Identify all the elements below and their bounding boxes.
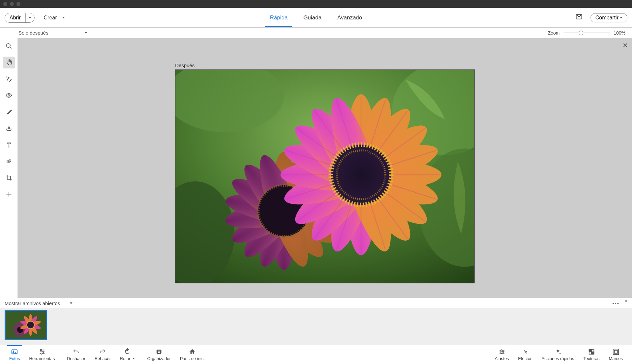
svg-point-84 [41,353,42,354]
quick-actions-label: Acciones rápidas [541,356,574,361]
image-canvas[interactable] [175,69,475,283]
tab-guiada[interactable]: Guiada [303,8,322,27]
close-icon[interactable]: ✕ [622,41,628,49]
view-mode-dropdown[interactable]: Sólo después [18,30,87,36]
undo-button[interactable]: Deshacer [63,345,90,364]
file-thumbnail[interactable] [5,310,47,340]
thumbnail-strip [0,308,632,345]
svg-rect-9 [6,159,11,163]
effects-button[interactable]: fx Efectos [514,345,537,364]
brush-tool[interactable] [3,106,15,118]
rotate-button[interactable]: Rotar [115,345,140,364]
share-button[interactable]: Compartir [591,13,627,22]
top-toolbar: Abrir Crear Rápida Guiada Avanzado Compa… [0,8,632,28]
files-panel: Mostrar archivos abiertos ••• [0,298,632,345]
spot-heal-tool[interactable] [3,155,15,167]
crop-tool[interactable] [3,172,15,184]
bottom-tools-label: Herramientas [29,356,55,361]
svg-point-78 [13,351,14,352]
zoom-controls: Zoom 100% [548,30,632,36]
rotate-label: Rotar [120,356,130,361]
svg-point-11 [9,161,10,161]
collapse-icon[interactable] [625,300,627,302]
svg-line-1 [10,47,11,49]
canvas-wrapper: Después [175,63,475,285]
stamp-tool[interactable] [3,122,15,134]
chevron-down-icon [62,17,65,18]
window-titlebar [0,0,632,8]
svg-rect-98 [613,349,619,355]
home-label: Pant. de inic. [180,356,205,361]
svg-point-91 [501,350,502,351]
svg-text:fx: fx [523,349,527,354]
quick-select-tool[interactable] [3,73,15,85]
svg-point-3 [9,81,10,82]
separator [141,348,141,361]
undo-label: Deshacer [67,356,86,361]
files-header-label: Mostrar archivos abiertos [5,300,60,306]
svg-point-2 [10,80,11,81]
traffic-light-max[interactable] [16,2,20,6]
create-button[interactable]: Crear [44,15,65,21]
frames-button[interactable]: Marcos [604,345,627,364]
eye-tool[interactable] [3,90,15,101]
svg-point-5 [8,95,10,96]
chevron-down-icon [132,358,135,359]
separator [61,348,61,361]
textures-button[interactable]: Texturas [579,345,604,364]
tab-rapida[interactable]: Rápida [270,8,288,27]
chevron-down-icon [620,17,622,18]
view-mode-label: Sólo después [18,30,48,36]
bottom-bar: Fotos Herramientas Deshacer Rehacer Rota… [0,345,632,364]
svg-point-82 [40,350,41,351]
traffic-light-close[interactable] [3,2,7,6]
organizer-label: Organizador [147,356,171,361]
mode-tabs: Rápida Guiada Avanzado [270,8,362,27]
files-header: Mostrar archivos abiertos ••• [0,298,632,308]
hand-tool[interactable] [3,57,15,68]
canvas-caption: Después [175,63,475,68]
open-button[interactable]: Abrir [5,13,26,22]
redo-label: Rehacer [94,356,111,361]
text-tool[interactable] [3,139,15,151]
adjust-button[interactable]: Ajustes [490,345,514,364]
zoom-value: 100% [614,30,625,36]
svg-point-0 [6,44,10,48]
tab-avanzado[interactable]: Avanzado [337,8,362,27]
frames-label: Marcos [609,356,623,361]
svg-point-10 [8,161,8,162]
svg-point-93 [500,353,501,354]
open-dropdown[interactable] [26,17,34,18]
mail-icon[interactable] [575,13,583,22]
svg-point-4 [11,79,11,80]
quick-actions-button[interactable]: Acciones rápidas [537,345,579,364]
zoom-slider[interactable] [564,33,610,33]
more-icon[interactable]: ••• [612,300,619,306]
create-label: Crear [44,15,57,21]
svg-rect-97 [592,352,594,354]
main-area: ✕ Después [0,38,632,298]
chevron-down-icon [85,32,87,34]
chevron-down-icon[interactable] [70,302,72,304]
svg-point-83 [42,351,44,352]
tool-column [0,38,18,298]
home-button[interactable]: Pant. de inic. [175,345,209,364]
effects-label: Efectos [518,356,532,361]
open-button-group: Abrir [5,13,35,23]
zoom-tool[interactable] [3,40,15,52]
zoom-label: Zoom [548,30,560,36]
organizer-button[interactable]: Organizador [143,345,175,364]
traffic-light-min[interactable] [10,2,14,6]
bottom-photos[interactable]: Fotos [5,345,25,364]
bottom-tools[interactable]: Herramientas [25,345,60,364]
canvas-area: ✕ Después [18,38,632,298]
share-label: Compartir [595,15,619,21]
svg-rect-96 [589,350,591,352]
move-tool[interactable] [3,188,15,200]
textures-label: Texturas [583,356,599,361]
svg-rect-99 [614,350,617,353]
adjust-label: Ajustes [495,356,509,361]
svg-point-92 [502,351,504,352]
redo-button[interactable]: Rehacer [90,345,115,364]
sub-toolbar: Sólo después Zoom 100% [0,28,632,38]
